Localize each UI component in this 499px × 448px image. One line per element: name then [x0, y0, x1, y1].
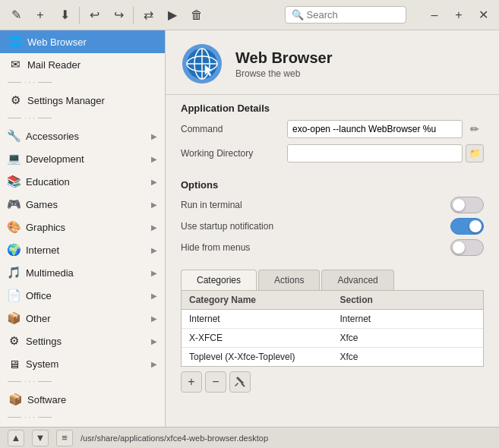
mail-reader-icon: ✉	[8, 57, 23, 72]
run-terminal-row: Run in terminal	[181, 197, 484, 213]
tabs: CategoriesActionsAdvanced	[181, 270, 484, 291]
sidebar-item-label-software: Software	[27, 394, 66, 405]
sidebar-item-label-web-browser: Web Browser	[27, 36, 87, 48]
sidebar-item-graphics[interactable]: 🎨Graphics▶	[0, 216, 165, 238]
tab-advanced[interactable]: Advanced	[321, 270, 393, 290]
app-info: Web Browser Browse the web	[235, 49, 332, 79]
table-row[interactable]: InternetInternet	[182, 310, 483, 329]
sidebar-item-office[interactable]: 📄Office▶	[0, 284, 165, 307]
sidebar-separator: · · ·	[0, 375, 165, 388]
sidebar-separator: · · ·	[0, 76, 165, 89]
app-description: Browse the web	[235, 68, 332, 79]
table-row[interactable]: X-XFCEXfce	[182, 329, 483, 348]
sidebar-item-software[interactable]: 📦Software	[0, 388, 165, 411]
sidebar-item-settings-manager[interactable]: ⚙Settings Manager	[0, 89, 165, 112]
window-close-button[interactable]: ✕	[472, 4, 494, 27]
nav-up-button[interactable]: ▲	[8, 430, 24, 446]
nav-menu-button[interactable]: ≡	[56, 430, 73, 446]
sidebar-item-settings[interactable]: ⚙Settings▶	[0, 330, 165, 352]
sidebar-item-web-browser[interactable]: 🌐Web Browser	[0, 30, 165, 53]
app-header: Web Browser Browse the web	[166, 30, 499, 95]
main-layout: 🌐Web Browser✉Mail Reader· · ·⚙Settings M…	[0, 30, 499, 427]
command-input[interactable]	[287, 120, 463, 138]
save-button[interactable]: ⬇	[53, 4, 76, 27]
toolbar: ✎ + ⬇ ↩ ↪ ⇄ ▶ 🗑 🔍 – + ✕	[0, 0, 499, 30]
add-button[interactable]: +	[29, 4, 52, 27]
table-cell-section-0: Internet	[333, 310, 484, 328]
multimedia-icon: 🎵	[6, 265, 21, 280]
hide-menus-row: Hide from menus	[181, 239, 484, 256]
command-row: Command ✏	[181, 120, 484, 138]
clear-category-button[interactable]	[229, 371, 251, 393]
office-icon: 📄	[6, 288, 21, 303]
startup-notify-toggle[interactable]	[450, 218, 484, 235]
table-body: InternetInternetX-XFCEXfceToplevel (X-Xf…	[182, 310, 483, 366]
sidebar-item-accessories[interactable]: 🔧Accessories▶	[0, 125, 165, 147]
sidebar-item-label-multimedia: Multimedia	[26, 267, 74, 279]
nav-down-button[interactable]: ▼	[32, 430, 49, 446]
edit-button[interactable]: ✎	[5, 4, 27, 27]
undo-button[interactable]: ↩	[83, 4, 106, 27]
switch-button[interactable]: ⇄	[137, 4, 159, 27]
sidebar-item-label-development: Development	[26, 153, 84, 165]
content-area: Web Browser Browse the web Application D…	[166, 30, 499, 427]
remove-category-button[interactable]: −	[205, 371, 226, 393]
expand-arrow-other: ▶	[151, 314, 157, 323]
games-icon: 🎮	[6, 197, 21, 212]
expand-arrow-education: ▶	[151, 178, 157, 186]
command-label: Command	[181, 124, 280, 134]
delete-button[interactable]: 🗑	[185, 4, 208, 27]
expand-arrow-multimedia: ▶	[151, 269, 157, 277]
sidebar-item-other[interactable]: 📦Other▶	[0, 307, 165, 330]
run-terminal-toggle[interactable]	[450, 197, 484, 213]
run-terminal-label: Run in terminal	[181, 200, 450, 210]
sidebar-item-label-graphics: Graphics	[26, 222, 65, 233]
app-title: Web Browser	[235, 49, 332, 67]
sidebar-item-label-settings: Settings	[26, 336, 62, 347]
sidebar: 🌐Web Browser✉Mail Reader· · ·⚙Settings M…	[0, 30, 166, 427]
add-category-button[interactable]: +	[181, 371, 202, 393]
command-input-wrapper: ✏	[287, 120, 484, 138]
tab-actions[interactable]: Actions	[258, 270, 320, 290]
hide-menus-toggle[interactable]	[450, 239, 484, 256]
table-row[interactable]: Toplevel (X-Xfce-Toplevel)Xfce	[182, 348, 483, 366]
workdir-row: Working Directory 📁	[181, 144, 484, 162]
options-section: Options Run in terminal Use startup noti…	[166, 176, 499, 263]
settings-manager-icon: ⚙	[8, 93, 23, 108]
col2-header: Section	[333, 291, 484, 309]
sidebar-item-games[interactable]: 🎮Games▶	[0, 193, 165, 216]
expand-arrow-internet: ▶	[151, 246, 157, 254]
table-actions: + −	[166, 367, 499, 397]
clear-icon	[234, 376, 246, 388]
sidebar-item-mail-reader[interactable]: ✉Mail Reader	[0, 53, 165, 76]
window-maximize-button[interactable]: +	[447, 4, 470, 27]
redo-button[interactable]: ↪	[107, 4, 130, 27]
search-input[interactable]	[307, 9, 400, 21]
software-icon: 📦	[8, 392, 23, 407]
workdir-folder-button[interactable]: 📁	[466, 144, 484, 162]
expand-arrow-development: ▶	[151, 155, 157, 163]
search-box: 🔍	[285, 6, 406, 24]
startup-notify-row: Use startup notification	[181, 218, 484, 235]
sidebar-item-label-games: Games	[26, 199, 58, 210]
education-icon: 📚	[6, 174, 21, 189]
expand-arrow-office: ▶	[151, 292, 157, 300]
command-edit-button[interactable]: ✏	[466, 120, 484, 138]
sidebar-item-label-settings-manager: Settings Manager	[27, 95, 105, 106]
table-cell-category-1: X-XFCE	[182, 329, 333, 347]
statusbar: ▲ ▼ ≡ /usr/share/applications/xfce4-web-…	[0, 427, 499, 448]
sidebar-item-system[interactable]: 🖥System▶	[0, 352, 165, 375]
window-minimize-button[interactable]: –	[423, 4, 446, 27]
sidebar-item-multimedia[interactable]: 🎵Multimedia▶	[0, 261, 165, 284]
tab-categories[interactable]: Categories	[181, 270, 257, 290]
workdir-input[interactable]	[287, 144, 463, 162]
sidebar-item-development[interactable]: 💻Development▶	[0, 147, 165, 170]
table-header: Category Name Section	[182, 291, 483, 310]
sidebar-item-education[interactable]: 📚Education▶	[0, 170, 165, 193]
other-icon: 📦	[6, 311, 21, 326]
workdir-label: Working Directory	[181, 148, 280, 159]
sidebar-item-internet[interactable]: 🌍Internet▶	[0, 238, 165, 261]
app-details-section: Application Details Command ✏ Working Di…	[166, 95, 499, 176]
run-button[interactable]: ▶	[161, 4, 184, 27]
col1-header: Category Name	[182, 291, 333, 309]
